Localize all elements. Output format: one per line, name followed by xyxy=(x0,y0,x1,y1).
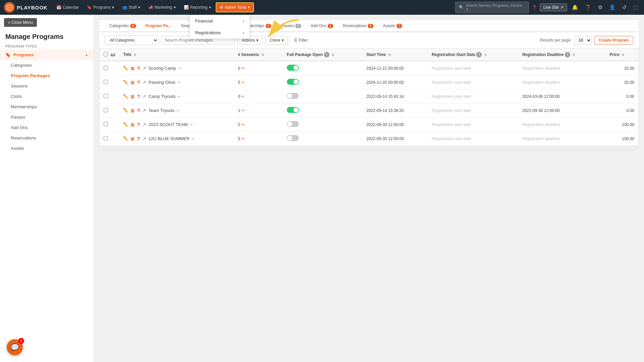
edit-icon-4[interactable]: ✏️ xyxy=(123,122,128,127)
nav-staff[interactable]: 👥 Staff ▾ xyxy=(119,3,143,12)
reg-start-help-icon[interactable]: ? xyxy=(476,52,482,57)
user-icon[interactable]: 👤 xyxy=(607,3,618,12)
row-title-edit-icon-5[interactable]: ✏ xyxy=(192,136,195,141)
logout-icon[interactable]: ⬚ xyxy=(631,3,640,12)
sidebar-item-seasons[interactable]: Seasons xyxy=(0,81,94,91)
tab-categories[interactable]: Categories 6 xyxy=(105,20,141,32)
flask-icon-5[interactable]: ⚗ xyxy=(137,136,141,141)
row-checkbox-3[interactable] xyxy=(104,108,108,112)
edit-link-icon-4[interactable]: ↗ xyxy=(143,122,146,127)
filter-button[interactable]: ☰ Filter xyxy=(291,36,311,45)
question-icon[interactable]: ❓ xyxy=(583,3,593,12)
flask-icon-3[interactable]: ⚗ xyxy=(137,108,141,113)
start-time-column-header[interactable]: Start Time ⇅ xyxy=(362,49,428,61)
flask-icon-4[interactable]: ⚗ xyxy=(137,122,141,127)
category-select[interactable]: All Categories xyxy=(105,36,158,45)
sidebar-item-categories[interactable]: Categories xyxy=(0,60,94,70)
sidebar-item-passes[interactable]: Passes xyxy=(0,112,94,122)
edit-link-icon-0[interactable]: ↗ xyxy=(143,66,146,71)
sessions-edit-icon-4[interactable]: ✏ xyxy=(241,122,245,127)
tab-passes[interactable]: Passes 0 xyxy=(276,20,306,32)
sidebar-item-clubs[interactable]: Clubs xyxy=(0,91,94,102)
sessions-edit-icon-0[interactable]: ✏ xyxy=(241,66,245,71)
table-icon-1[interactable]: ▦ xyxy=(130,80,135,85)
edit-link-icon-5[interactable]: ↗ xyxy=(143,136,146,141)
full-package-toggle-3[interactable] xyxy=(287,107,299,113)
full-package-toggle-0[interactable] xyxy=(287,65,299,71)
edit-icon-1[interactable]: ✏️ xyxy=(123,80,128,85)
nav-admin-tools[interactable]: ⚙ Admin Tools ▾ xyxy=(216,2,254,12)
price-column-header[interactable]: Price ⇅ xyxy=(606,49,638,61)
title-column-header[interactable]: Title ⇅ xyxy=(119,49,234,61)
sidebar-item-reservations[interactable]: Reservations xyxy=(0,133,94,143)
select-all-checkbox[interactable] xyxy=(104,52,108,56)
tab-assets[interactable]: Assets 7 xyxy=(378,20,407,32)
sessions-edit-icon-2[interactable]: ✏ xyxy=(241,94,245,99)
nav-calendar[interactable]: 📅 Calendar xyxy=(53,3,83,12)
row-title-edit-icon-1[interactable]: ✏ xyxy=(178,80,181,85)
sessions-edit-icon-1[interactable]: ✏ xyxy=(241,80,245,85)
notifications-icon[interactable]: 🔔 xyxy=(570,3,580,12)
full-package-toggle-5[interactable] xyxy=(287,135,299,141)
table-icon-0[interactable]: ▦ xyxy=(130,66,135,71)
live-site-button[interactable]: Live Site ↗ xyxy=(540,3,567,11)
global-search[interactable]: 🔍 Search Names, Programs, Invoice #... xyxy=(455,2,529,13)
sessions-edit-icon-3[interactable]: ✏ xyxy=(241,108,245,113)
flask-icon-0[interactable]: ⚗ xyxy=(137,66,141,71)
nav-reporting[interactable]: 📊 Reporting ▾ xyxy=(180,3,214,12)
tab-add-ons[interactable]: Add Ons 1 xyxy=(306,20,338,32)
sessions-edit-icon-5[interactable]: ✏ xyxy=(241,136,245,141)
row-title-edit-icon-2[interactable]: ✏ xyxy=(177,94,181,99)
sidebar-item-programs[interactable]: 🔖 Programs ▲ xyxy=(0,50,94,60)
edit-icon-2[interactable]: ✏️ xyxy=(123,94,128,99)
close-menu-button[interactable]: « Close Menu xyxy=(4,18,37,27)
row-checkbox-5[interactable] xyxy=(104,136,108,140)
create-program-button[interactable]: Create Program xyxy=(594,36,633,45)
sidebar-item-program-packages[interactable]: Program Packages xyxy=(0,70,94,81)
logo-area[interactable]: P PLAYBOOK xyxy=(4,2,48,13)
row-checkbox-2[interactable] xyxy=(104,94,108,98)
full-package-toggle-2[interactable] xyxy=(287,93,299,99)
sidebar-item-add-ons[interactable]: Add Ons xyxy=(0,122,94,133)
chat-bubble[interactable]: 💬 1 xyxy=(7,339,23,355)
full-package-open-column-header[interactable]: Full Package Open ? ⇅ xyxy=(283,49,362,61)
sidebar-item-assets[interactable]: Assets xyxy=(0,143,94,154)
row-title-edit-icon-4[interactable]: ✏ xyxy=(190,122,193,127)
reg-deadline-column-header[interactable]: Registration Deadline ? ⇅ xyxy=(518,49,605,61)
edit-link-icon-2[interactable]: ↗ xyxy=(143,94,146,99)
row-checkbox-0[interactable] xyxy=(104,66,108,70)
sidebar-item-memberships[interactable]: Memberships xyxy=(0,102,94,112)
table-icon-3[interactable]: ▦ xyxy=(130,108,135,113)
flask-icon-2[interactable]: ⚗ xyxy=(137,94,141,99)
row-checkbox-4[interactable] xyxy=(104,122,108,126)
reg-start-date-column-header[interactable]: Registration Start Date ? ⇅ xyxy=(428,49,518,61)
table-icon-4[interactable]: ▦ xyxy=(130,122,135,127)
reg-deadline-help-icon[interactable]: ? xyxy=(565,52,570,57)
full-package-help-icon[interactable]: ? xyxy=(324,52,329,57)
nav-marketing[interactable]: 📣 Marketing ▾ xyxy=(145,3,179,12)
table-icon-5[interactable]: ▦ xyxy=(130,136,135,141)
edit-link-icon-3[interactable]: ↗ xyxy=(143,108,146,113)
results-per-page-select[interactable]: 10 xyxy=(574,36,592,45)
full-package-toggle-1[interactable] xyxy=(287,79,299,85)
row-checkbox-1[interactable] xyxy=(104,80,108,84)
tab-reservations[interactable]: Reservations 5 xyxy=(338,20,378,32)
row-title-edit-icon-0[interactable]: ✏ xyxy=(178,66,181,71)
nav-programs[interactable]: 🔖 Programs ▾ xyxy=(84,3,117,12)
dropdown-financial[interactable]: Financial › xyxy=(190,15,250,27)
edit-icon-0[interactable]: ✏️ xyxy=(123,66,128,71)
clone-button[interactable]: Clone ▾ xyxy=(265,36,288,45)
dropdown-registrations[interactable]: Registrations › xyxy=(190,27,250,39)
edit-link-icon-1[interactable]: ↗ xyxy=(143,80,146,85)
flask-icon-1[interactable]: ⚗ xyxy=(137,80,141,85)
edit-icon-3[interactable]: ✏️ xyxy=(123,108,128,113)
full-package-toggle-4[interactable] xyxy=(287,121,299,127)
sessions-column-header[interactable]: # Sessions ⇅ xyxy=(234,49,283,61)
edit-icon-5[interactable]: ✏️ xyxy=(123,136,128,141)
tab-program-packages[interactable]: Program Pa... xyxy=(141,20,176,32)
history-icon[interactable]: ↺ xyxy=(620,3,629,12)
settings-icon[interactable]: ⚙ xyxy=(596,3,604,12)
table-scroll-bar[interactable] xyxy=(100,146,638,150)
row-title-edit-icon-3[interactable]: ✏ xyxy=(176,108,180,113)
table-icon-2[interactable]: ▦ xyxy=(130,94,135,99)
